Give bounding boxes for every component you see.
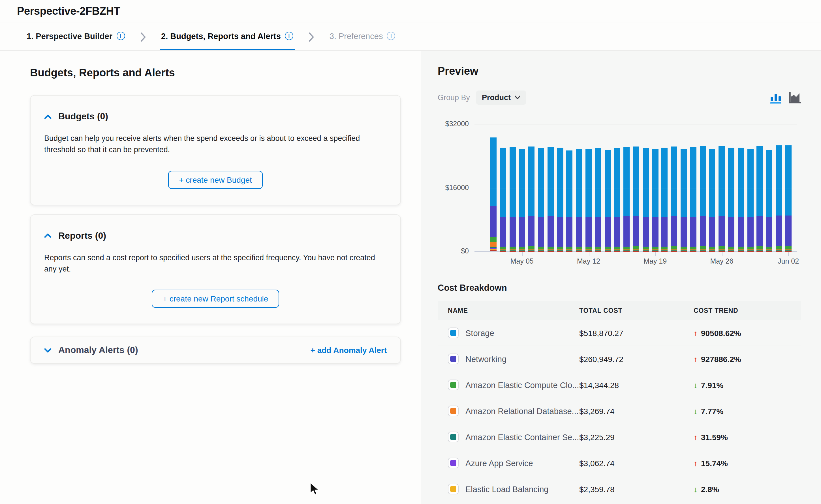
chart-bar[interactable] (624, 147, 630, 251)
x-axis-label: May 26 (710, 257, 733, 265)
x-axis-label: Jun 02 (778, 257, 799, 265)
tab-label: 2. Budgets, Reports and Alerts (161, 31, 281, 40)
x-axis-tick (522, 252, 523, 256)
reports-card: Reports (0) Reports can send a cost repo… (30, 214, 401, 324)
chart-bar[interactable] (738, 147, 744, 251)
add-anomaly-alert-link[interactable]: + add Anomaly Alert (311, 346, 387, 355)
series-color-swatch (448, 328, 459, 338)
trend-value: 7.91% (701, 380, 723, 389)
preview-panel: Preview Group By Product (421, 51, 821, 504)
chart-bar[interactable] (604, 150, 610, 251)
x-axis-tick (655, 252, 656, 256)
chart-bar[interactable] (652, 149, 658, 251)
chart-bar[interactable] (719, 146, 725, 251)
chart-bar[interactable] (662, 147, 668, 251)
table-row[interactable]: Amazon Elastic Compute Clo...$14,344.28↓… (438, 372, 801, 398)
x-axis-tick (722, 252, 722, 256)
cost-breakdown-rows: Storage$518,870.27↑90508.62%Networking$2… (438, 320, 801, 502)
chart-bar[interactable] (681, 149, 687, 251)
mouse-cursor (308, 482, 321, 497)
row-cost-trend: ↓7.91% (694, 380, 801, 389)
budgets-card-title: Budgets (0) (58, 111, 108, 122)
row-total-cost: $260,949.72 (579, 354, 694, 363)
chart-bar[interactable] (614, 148, 620, 251)
table-row[interactable]: Amazon Relational Database...$3,269.74↓7… (438, 398, 801, 424)
anomaly-alerts-card-header[interactable]: Anomaly Alerts (0) (44, 345, 138, 355)
chart-bar[interactable] (490, 137, 496, 251)
tab-perspective-builder[interactable]: 1. Perspective Builder i (25, 23, 126, 50)
series-color-swatch (448, 406, 459, 416)
app-root: Perspective-2FBZHT 1. Perspective Builde… (0, 0, 821, 504)
chart-bar[interactable] (528, 147, 534, 251)
gridline (474, 124, 797, 124)
row-total-cost: $3,269.74 (579, 406, 694, 415)
chart-bar[interactable] (728, 148, 734, 251)
info-icon[interactable]: i (285, 32, 293, 40)
chart-bar[interactable] (576, 149, 582, 251)
reports-description: Reports can send a cost report to specif… (44, 252, 384, 275)
chart-bar[interactable] (509, 147, 515, 251)
budgets-card-header[interactable]: Budgets (0) (44, 111, 387, 122)
trend-down-arrow-icon: ↓ (694, 406, 698, 415)
group-by-value: Product (482, 93, 511, 102)
x-axis-label: May 19 (644, 257, 667, 265)
x-axis-label: May 12 (577, 257, 600, 265)
y-axis-label: $32000 (434, 120, 469, 128)
wizard-tabs: 1. Perspective Builder i 2. Budgets, Rep… (0, 23, 821, 51)
row-name: Storage (465, 328, 494, 337)
x-axis-tick (788, 252, 789, 256)
create-report-schedule-button[interactable]: + create new Report schedule (152, 290, 279, 308)
chart-bar[interactable] (585, 150, 592, 251)
bar-chart-icon (770, 92, 781, 103)
row-total-cost: $518,870.27 (579, 328, 694, 337)
table-row[interactable]: Elastic Load Balancing$2,359.78↓2.8% (438, 476, 801, 502)
chart-bar[interactable] (757, 146, 763, 251)
chart-bar[interactable] (500, 148, 506, 251)
trend-down-arrow-icon: ↓ (694, 380, 698, 389)
anomaly-alerts-card: Anomaly Alerts (0) + add Anomaly Alert (30, 337, 401, 364)
series-color-swatch (448, 380, 459, 390)
area-chart-toggle[interactable] (789, 92, 801, 103)
table-row[interactable]: Azure App Service$3,062.74↑15.74% (438, 450, 801, 476)
reports-card-title: Reports (0) (58, 231, 106, 241)
tab-preferences[interactable]: 3. Preferences i (328, 23, 397, 50)
table-row[interactable]: Networking$260,949.72↑927886.2% (438, 346, 801, 372)
info-icon[interactable]: i (116, 32, 125, 40)
chart-bar[interactable] (747, 149, 753, 251)
chart-bar[interactable] (633, 147, 639, 251)
chart-bar[interactable] (700, 146, 706, 251)
chevron-down-icon (515, 96, 520, 100)
trend-value: 927886.2% (701, 354, 741, 363)
column-header-name: NAME (438, 307, 579, 314)
gridline (474, 188, 797, 188)
chart-bar[interactable] (709, 150, 715, 251)
y-axis-label: $16000 (434, 184, 469, 191)
row-total-cost: $3,062.74 (579, 458, 694, 468)
chart-bar[interactable] (643, 148, 649, 251)
column-header-total-cost: TOTAL COST (579, 307, 694, 314)
group-by-select[interactable]: Product (476, 91, 526, 105)
chevron-right-icon (140, 32, 146, 42)
chart-bar[interactable] (690, 147, 697, 251)
row-name: Amazon Elastic Container Se... (465, 432, 579, 441)
chart-bar[interactable] (566, 150, 573, 251)
chart-bar[interactable] (557, 147, 563, 251)
info-icon[interactable]: i (387, 32, 395, 40)
row-cost-trend: ↓7.77% (694, 406, 801, 415)
chart-bar[interactable] (766, 150, 772, 251)
table-row[interactable]: Storage$518,870.27↑90508.62% (438, 320, 801, 346)
create-budget-button[interactable]: + create new Budget (168, 171, 263, 189)
table-row[interactable]: Amazon Elastic Container Se...$3,225.29↑… (438, 424, 801, 450)
chart-bar[interactable] (538, 148, 544, 251)
bar-chart-toggle[interactable] (770, 92, 781, 103)
row-name: Amazon Relational Database... (465, 406, 579, 415)
reports-card-header[interactable]: Reports (0) (44, 231, 387, 241)
chart-bar[interactable] (519, 149, 525, 251)
chart-bar[interactable] (547, 147, 554, 251)
row-total-cost: $3,225.29 (579, 432, 694, 441)
chart-bar[interactable] (785, 145, 792, 251)
chart-bar[interactable] (595, 148, 601, 251)
chart-bar[interactable] (776, 146, 782, 251)
chart-bar[interactable] (671, 147, 677, 251)
tab-budgets-reports-alerts[interactable]: 2. Budgets, Reports and Alerts i (159, 23, 295, 50)
